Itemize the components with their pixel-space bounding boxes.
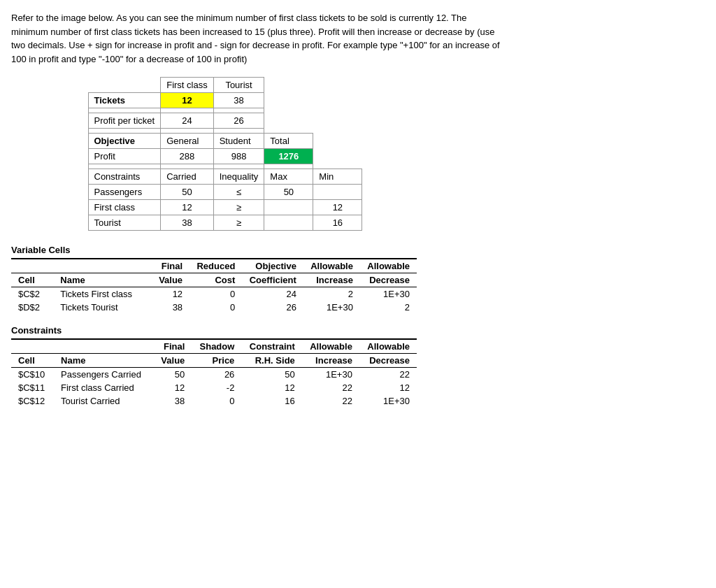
first-class-min: 12 xyxy=(313,200,362,215)
con-header-value: Value xyxy=(153,354,192,368)
con-row-1: $C$10 Passengers Carried 50 26 50 1E+30 … xyxy=(11,368,417,382)
min-header: Min xyxy=(313,169,362,185)
passengers-inequality: ≤ xyxy=(213,185,264,200)
vc-row1-allowable-inc: 2 xyxy=(303,287,360,301)
constraints-label: Constraints xyxy=(88,169,161,185)
carried-header: Carried xyxy=(161,169,214,185)
vc-header-name2: Name xyxy=(53,273,152,287)
intro-text: Refer to the image below. As you can see… xyxy=(11,11,501,66)
tourist-inequality: ≥ xyxy=(213,215,264,231)
vc-header-reduced: Reduced xyxy=(189,259,242,273)
tickets-firstclass-value: 12 xyxy=(161,93,214,108)
con-row1-allowable-dec: 22 xyxy=(359,368,417,382)
con-row1-cell: $C$10 xyxy=(11,368,54,382)
vc-row2-allowable-dec: 2 xyxy=(360,301,417,314)
constraints-title: Constraints xyxy=(11,325,705,336)
con-row2-name: First class Carried xyxy=(54,381,153,394)
vc-header-objective: Objective xyxy=(242,259,303,273)
student-label: Student xyxy=(213,134,264,149)
tickets-label: Tickets xyxy=(88,93,161,108)
tourist-constraint-label: Tourist xyxy=(88,215,161,231)
con-row2-shadow-price: -2 xyxy=(192,381,241,394)
vc-header-increase: Increase xyxy=(303,273,360,287)
con-row1-name: Passengers Carried xyxy=(54,368,153,382)
con-row3-shadow-price: 0 xyxy=(192,394,241,408)
con-row2-allowable-dec: 12 xyxy=(359,381,417,394)
con-header-allowable-dec: Allowable xyxy=(359,339,417,354)
first-class-constraint-label: First class xyxy=(88,200,161,215)
con-row2-cell: $C$11 xyxy=(11,381,54,394)
profit-label: Profit xyxy=(88,149,161,164)
col-firstclass-header: First class xyxy=(161,78,214,93)
con-row2-allowable-inc: 22 xyxy=(302,381,359,394)
con-row1-final-value: 50 xyxy=(153,368,192,382)
vc-row2-obj-coeff: 26 xyxy=(242,301,303,314)
max-header: Max xyxy=(264,169,313,185)
profit-student: 988 xyxy=(213,149,264,164)
vc-header-cell2: Cell xyxy=(11,273,53,287)
con-row-2: $C$11 First class Carried 12 -2 12 22 12 xyxy=(11,381,417,394)
vc-header-final: Final xyxy=(152,259,189,273)
tourist-carried: 38 xyxy=(161,215,214,231)
tickets-tourist-value: 38 xyxy=(213,93,264,108)
profit-general: 288 xyxy=(161,149,214,164)
profit-per-ticket-label: Profit per ticket xyxy=(88,113,161,129)
con-row3-name: Tourist Carried xyxy=(54,394,153,408)
con-header-name2: Name xyxy=(54,354,153,368)
con-row3-constraint-rh: 16 xyxy=(241,394,301,408)
vc-row1-reduced-cost: 0 xyxy=(189,287,242,301)
vc-header-allowable-dec: Allowable xyxy=(360,259,417,273)
vc-row1-cell: $C$2 xyxy=(11,287,53,301)
profit-total: 1276 xyxy=(264,149,313,164)
variable-cells-section: Variable Cells Final Reduced Objective A… xyxy=(11,245,705,314)
vc-header-cell xyxy=(11,259,53,273)
vc-row1-obj-coeff: 24 xyxy=(242,287,303,301)
passengers-carried: 50 xyxy=(161,185,214,200)
con-header-rh-side: R.H. Side xyxy=(241,354,301,368)
vc-header-decrease: Decrease xyxy=(360,273,417,287)
col-tourist-header: Tourist xyxy=(213,78,264,93)
vc-row-1: $C$2 Tickets First class 12 0 24 2 1E+30 xyxy=(11,287,417,301)
con-row2-constraint-rh: 12 xyxy=(241,381,301,394)
con-header-cell xyxy=(11,339,54,354)
vc-row-2: $D$2 Tickets Tourist 38 0 26 1E+30 2 xyxy=(11,301,417,314)
con-row3-cell: $C$12 xyxy=(11,394,54,408)
con-row1-shadow-price: 26 xyxy=(192,368,241,382)
vc-row2-cell: $D$2 xyxy=(11,301,53,314)
profit-per-ticket-fc: 24 xyxy=(161,113,214,129)
vc-header-cost: Cost xyxy=(189,273,242,287)
constraints-table: Final Shadow Constraint Allowable Allowa… xyxy=(11,338,417,408)
vc-row2-reduced-cost: 0 xyxy=(189,301,242,314)
passengers-label: Passengers xyxy=(88,185,161,200)
vc-row2-final-value: 38 xyxy=(152,301,189,314)
vc-header-value: Value xyxy=(152,273,189,287)
vc-row2-name: Tickets Tourist xyxy=(53,301,152,314)
con-header-price: Price xyxy=(192,354,241,368)
first-class-carried: 12 xyxy=(161,200,214,215)
con-row1-constraint-rh: 50 xyxy=(241,368,301,382)
con-row3-allowable-dec: 1E+30 xyxy=(359,394,417,408)
con-row2-final-value: 12 xyxy=(153,381,192,394)
profit-per-ticket-tourist: 26 xyxy=(213,113,264,129)
con-header-constraint: Constraint xyxy=(241,339,301,354)
first-class-inequality: ≥ xyxy=(213,200,264,215)
con-header-increase: Increase xyxy=(302,354,359,368)
vc-row2-allowable-inc: 1E+30 xyxy=(303,301,360,314)
tourist-min: 16 xyxy=(313,215,362,231)
con-row1-allowable-inc: 1E+30 xyxy=(302,368,359,382)
con-header-cell2: Cell xyxy=(11,354,54,368)
vc-header-allowable-inc: Allowable xyxy=(303,259,360,273)
vc-header-name xyxy=(53,259,152,273)
con-row3-allowable-inc: 22 xyxy=(302,394,359,408)
general-label: General xyxy=(161,134,214,149)
objective-label: Objective xyxy=(88,134,161,149)
con-row-3: $C$12 Tourist Carried 38 0 16 22 1E+30 xyxy=(11,394,417,408)
con-header-final: Final xyxy=(153,339,192,354)
con-header-decrease: Decrease xyxy=(359,354,417,368)
con-header-name xyxy=(54,339,153,354)
passengers-max: 50 xyxy=(264,185,313,200)
con-header-shadow: Shadow xyxy=(192,339,241,354)
total-label: Total xyxy=(264,134,313,149)
vc-row1-final-value: 12 xyxy=(152,287,189,301)
main-spreadsheet-table: First class Tourist Tickets 12 38 Profit… xyxy=(39,77,362,231)
